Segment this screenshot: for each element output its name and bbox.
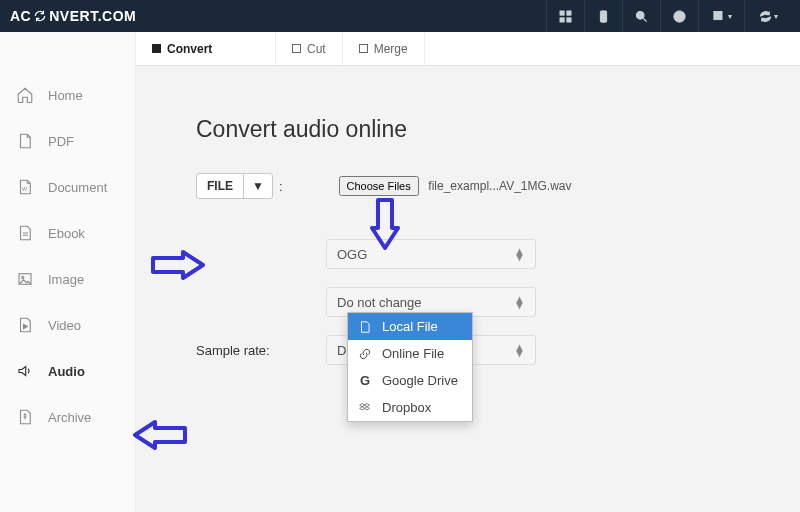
tab-merge[interactable]: Merge — [343, 32, 425, 65]
dropdown-item-label: Dropbox — [382, 400, 431, 415]
logo-text-right: NVERT.COM — [49, 8, 136, 24]
sidebar-item-archive[interactable]: Archive — [0, 394, 135, 440]
sidebar-item-label: PDF — [48, 134, 74, 149]
svg-point-10 — [22, 276, 24, 278]
dropdown-item-label: Google Drive — [382, 373, 458, 388]
annotation-arrow-down — [370, 197, 400, 253]
tab-cut[interactable]: Cut — [276, 32, 343, 65]
topbar: AC NVERT.COM ▾ ▾ — [0, 0, 800, 32]
grid-button[interactable] — [546, 0, 584, 32]
dropdown-item-online[interactable]: Online File — [348, 340, 472, 367]
sidebar-item-label: Video — [48, 318, 81, 333]
search-button[interactable] — [622, 0, 660, 32]
doc-icon: W — [16, 178, 34, 196]
square-icon — [152, 44, 161, 53]
sidebar-item-home[interactable]: Home — [0, 72, 135, 118]
dropdown-item-label: Local File — [382, 319, 438, 334]
archive-icon — [16, 408, 34, 426]
audio-icon — [16, 362, 34, 380]
reload-button[interactable]: ▾ — [744, 0, 790, 32]
svg-rect-0 — [560, 10, 564, 14]
ebook-icon — [16, 224, 34, 242]
image-icon — [16, 270, 34, 288]
dropbox-icon — [358, 401, 372, 415]
logo[interactable]: AC NVERT.COM — [10, 8, 136, 24]
samplerate-label: Sample rate: — [196, 343, 326, 358]
updown-icon: ▲▼ — [514, 344, 525, 356]
help-button[interactable] — [660, 0, 698, 32]
tabs: Convert Cut Merge — [136, 32, 800, 66]
sidebar-item-label: Audio — [48, 364, 85, 379]
svg-text:W: W — [22, 186, 27, 192]
sidebar-item-ebook[interactable]: Ebook — [0, 210, 135, 256]
file-icon — [358, 320, 372, 334]
sidebar-item-label: Ebook — [48, 226, 85, 241]
dropdown-item-label: Online File — [382, 346, 444, 361]
tab-label: Merge — [374, 42, 408, 56]
annotation-arrow-left — [130, 420, 188, 450]
sidebar-item-audio[interactable]: Audio — [0, 348, 135, 394]
svg-rect-2 — [560, 17, 564, 21]
file-button[interactable]: FILE — [197, 174, 243, 198]
svg-rect-1 — [567, 10, 571, 14]
refresh-icon — [33, 9, 47, 23]
select-value: OGG — [337, 247, 367, 262]
pdf-icon — [16, 132, 34, 150]
row-bitrate: Do not change ▲▼ — [196, 287, 766, 317]
square-icon — [359, 44, 368, 53]
sidebar-item-pdf[interactable]: PDF — [0, 118, 135, 164]
annotation-arrow-right — [150, 250, 208, 280]
dropdown-item-gdrive[interactable]: G Google Drive — [348, 367, 472, 394]
tab-label: Convert — [167, 42, 212, 56]
file-caret[interactable]: ▼ — [243, 174, 272, 198]
tab-label: Cut — [307, 42, 326, 56]
home-icon — [16, 86, 34, 104]
updown-icon: ▲▼ — [514, 296, 525, 308]
square-icon — [292, 44, 301, 53]
logo-text-left: AC — [10, 8, 31, 24]
sidebar-item-label: Image — [48, 272, 84, 287]
main: Convert Cut Merge Convert audio online F… — [136, 32, 800, 512]
file-source-split: FILE ▼ — [196, 173, 273, 199]
choose-files-button[interactable]: Choose Files — [339, 176, 419, 196]
updown-icon: ▲▼ — [514, 248, 525, 260]
link-icon — [358, 347, 372, 361]
sidebar: Home PDF WDocument Ebook Image Video Aud… — [0, 32, 136, 512]
row-samplerate: Sample rate: Do not change ▲▼ — [196, 335, 766, 365]
sidebar-item-image[interactable]: Image — [0, 256, 135, 302]
sidebar-item-video[interactable]: Video — [0, 302, 135, 348]
chosen-filename: file_exampl...AV_1MG.wav — [428, 179, 571, 193]
dropdown-item-dropbox[interactable]: Dropbox — [348, 394, 472, 421]
file-chooser: Choose Files file_exampl...AV_1MG.wav — [339, 176, 572, 196]
language-button[interactable]: ▾ — [698, 0, 744, 32]
device-button[interactable] — [584, 0, 622, 32]
select-value: Do not change — [337, 295, 422, 310]
google-icon: G — [358, 373, 372, 388]
video-icon — [16, 316, 34, 334]
row-source: FILE ▼ : Choose Files file_exampl...AV_1… — [196, 173, 766, 199]
svg-rect-3 — [567, 17, 571, 21]
svg-point-5 — [637, 11, 645, 19]
file-source-dropdown: Local File Online File G Google Drive Dr… — [347, 312, 473, 422]
row-target: OGG ▲▼ — [196, 239, 766, 269]
tab-convert[interactable]: Convert — [136, 32, 276, 65]
sidebar-item-label: Document — [48, 180, 107, 195]
sidebar-item-label: Archive — [48, 410, 91, 425]
page-title: Convert audio online — [196, 116, 766, 143]
sidebar-item-document[interactable]: WDocument — [0, 164, 135, 210]
svg-rect-4 — [600, 10, 606, 21]
target-select[interactable]: OGG ▲▼ — [326, 239, 536, 269]
sidebar-item-label: Home — [48, 88, 83, 103]
top-tools: ▾ ▾ — [546, 0, 790, 32]
colon: : — [279, 179, 283, 194]
dropdown-item-local[interactable]: Local File — [348, 313, 472, 340]
